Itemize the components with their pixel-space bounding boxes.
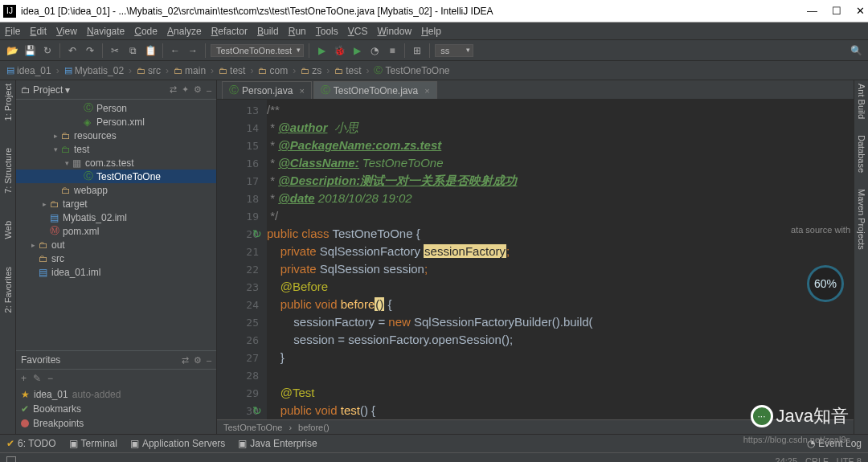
- paste-icon[interactable]: 📋: [143, 43, 158, 58]
- menu-code[interactable]: Code: [134, 26, 158, 37]
- menu-view[interactable]: View: [56, 26, 77, 37]
- favorite-item[interactable]: ★idea_01 auto-added: [16, 387, 216, 402]
- breadcrumb-item[interactable]: 🗀zs: [301, 65, 321, 76]
- bc-method[interactable]: before(): [298, 423, 330, 432]
- save-icon[interactable]: 💾: [23, 43, 37, 58]
- code-line[interactable]: * @Description:测试一对一关系是否映射成功: [267, 172, 854, 190]
- menu-navigate[interactable]: Navigate: [87, 26, 125, 37]
- tool-javaee[interactable]: ▣Java Enterprise: [238, 438, 317, 449]
- breadcrumb-item[interactable]: ⒸTestOneToOne: [374, 64, 449, 76]
- menu-run[interactable]: Run: [289, 26, 306, 37]
- code-line[interactable]: }: [267, 349, 854, 366]
- code-line[interactable]: @Before: [267, 278, 854, 296]
- tree-row[interactable]: ◈Person.xml: [16, 115, 216, 129]
- sync-icon[interactable]: ↻: [40, 43, 55, 58]
- close-icon[interactable]: ×: [424, 86, 429, 96]
- redo-icon[interactable]: ↷: [83, 43, 97, 58]
- tree-row[interactable]: 🗀src: [16, 251, 216, 265]
- debug-icon[interactable]: 🐞: [332, 43, 346, 58]
- breadcrumb-item[interactable]: 🗀main: [174, 65, 206, 76]
- stop-icon[interactable]: ■: [385, 43, 399, 58]
- fav-gear-icon[interactable]: ⚙: [194, 355, 202, 366]
- tree-icon[interactable]: ✦: [182, 84, 189, 95]
- favorite-item[interactable]: Breakpoints: [16, 416, 216, 431]
- tool-ant[interactable]: Ant Build: [857, 84, 866, 119]
- fav-remove-icon[interactable]: −: [47, 373, 53, 387]
- tree-row[interactable]: ▾🗀test: [16, 142, 216, 156]
- tree-row[interactable]: Ⓜpom.xml: [16, 224, 216, 238]
- fav-hide-icon[interactable]: –: [207, 355, 211, 365]
- tree-row[interactable]: ⒸPerson: [16, 101, 216, 115]
- favorite-item[interactable]: ✔Bookmarks: [16, 402, 216, 416]
- gear-icon[interactable]: ⚙: [194, 84, 202, 95]
- back-icon[interactable]: ←: [168, 43, 182, 58]
- editor-tab[interactable]: ⒸTestOneToOne.java×: [313, 81, 437, 99]
- tree-row[interactable]: ⒸTestOneToOne: [16, 170, 216, 183]
- breadcrumb-item[interactable]: ▤Mybatis_02: [64, 65, 124, 76]
- menu-tools[interactable]: Tools: [316, 26, 338, 37]
- code-line[interactable]: * @PackageName:com.zs.test: [267, 137, 854, 154]
- breadcrumb-item[interactable]: 🗀com: [258, 65, 288, 76]
- structure-icon[interactable]: ⊞: [410, 43, 424, 58]
- tree-expand-icon[interactable]: ⇄: [170, 84, 177, 95]
- tree-row[interactable]: ▸🗀resources: [16, 129, 216, 142]
- fav-add-icon[interactable]: +: [21, 373, 27, 387]
- tool-maven[interactable]: Maven Projects: [857, 189, 866, 250]
- tree-row[interactable]: ▤idea_01.iml: [16, 265, 216, 279]
- breadcrumb-item[interactable]: ▤idea_01: [6, 65, 51, 76]
- line-gutter[interactable]: 1314151617181920↻21222324252627282930↻: [217, 100, 267, 419]
- memory-gauge[interactable]: 60%: [807, 265, 844, 302]
- other-dropdown[interactable]: ss: [435, 44, 473, 57]
- tree-row[interactable]: ▸🗀target: [16, 197, 216, 211]
- encoding[interactable]: UTF-8: [837, 456, 862, 463]
- tool-web[interactable]: Web: [3, 221, 13, 239]
- forward-icon[interactable]: →: [186, 43, 200, 58]
- undo-icon[interactable]: ↶: [65, 43, 80, 58]
- maximize-button[interactable]: ☐: [832, 5, 841, 17]
- caret-pos[interactable]: 24:25: [776, 456, 798, 463]
- code-line[interactable]: @Test: [267, 384, 854, 402]
- menu-build[interactable]: Build: [257, 26, 279, 37]
- line-sep[interactable]: CRLF: [805, 456, 829, 463]
- minimize-button[interactable]: —: [807, 5, 817, 17]
- fav-edit-icon[interactable]: ✎: [33, 373, 41, 387]
- search-icon[interactable]: 🔍: [849, 43, 863, 58]
- copy-icon[interactable]: ⧉: [125, 43, 140, 58]
- code-text[interactable]: /** * @author 小思 * @PackageName:com.zs.t…: [267, 100, 854, 419]
- tree-row[interactable]: 🗀webapp: [16, 183, 216, 197]
- code-line[interactable]: * @author 小思: [267, 119, 854, 137]
- tool-favorites[interactable]: 2: Favorites: [3, 267, 13, 313]
- bc-class[interactable]: TestOneToOne: [223, 423, 282, 432]
- status-box-icon[interactable]: [6, 456, 16, 463]
- code-line[interactable]: /**: [267, 101, 854, 119]
- breadcrumb-item[interactable]: 🗀src: [137, 65, 161, 76]
- menu-vcs[interactable]: VCS: [348, 26, 368, 37]
- tool-appservers[interactable]: ▣Application Servers: [130, 438, 225, 449]
- menu-window[interactable]: Window: [377, 26, 411, 37]
- breadcrumb-item[interactable]: 🗀test: [334, 65, 361, 76]
- menu-help[interactable]: Help: [421, 26, 441, 37]
- code-line[interactable]: private SqlSession session;: [267, 260, 854, 278]
- tree-row[interactable]: ▾▦com.zs.test: [16, 156, 216, 170]
- coverage-icon[interactable]: ▶: [350, 43, 364, 58]
- code-line[interactable]: public class TestOneToOne {: [267, 225, 854, 243]
- tool-terminal[interactable]: ▣Terminal: [69, 438, 117, 449]
- tool-project[interactable]: 1: Project: [3, 84, 13, 121]
- code-line[interactable]: * @date 2018/10/28 19:02: [267, 190, 854, 207]
- tool-todo[interactable]: ✔6: TODO: [6, 438, 56, 449]
- breadcrumb-item[interactable]: 🗀test: [219, 65, 245, 76]
- code-line[interactable]: */: [267, 207, 854, 225]
- editor-tab[interactable]: ⒸPerson.java×: [222, 81, 312, 99]
- tool-structure[interactable]: 7: Structure: [3, 148, 13, 194]
- code-line[interactable]: [267, 366, 854, 384]
- cut-icon[interactable]: ✂: [108, 43, 122, 58]
- tree-row[interactable]: ▤Mybatis_02.iml: [16, 211, 216, 224]
- run-icon[interactable]: ▶: [314, 43, 329, 58]
- profile-icon[interactable]: ◔: [367, 43, 382, 58]
- menu-refactor[interactable]: Refactor: [211, 26, 248, 37]
- code-line[interactable]: public void before() {: [267, 296, 854, 313]
- run-config-dropdown[interactable]: TestOneToOne.test: [211, 44, 304, 57]
- tool-database[interactable]: Database: [857, 135, 866, 173]
- hide-icon[interactable]: –: [207, 85, 211, 95]
- code-line[interactable]: sessionFactory = new SqlSessionFactoryBu…: [267, 313, 854, 331]
